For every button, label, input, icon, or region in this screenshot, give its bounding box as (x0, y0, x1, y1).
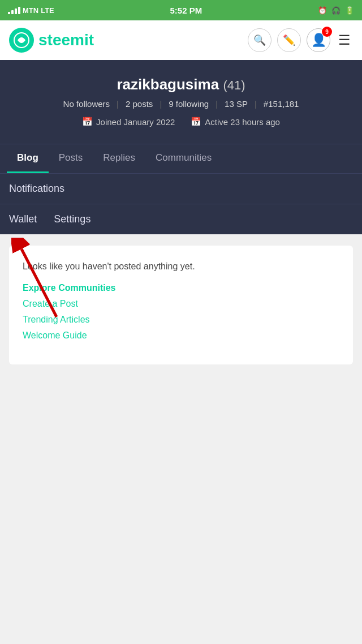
reputation: (41) (223, 78, 245, 92)
username: razikbagusima (117, 76, 219, 93)
rank-stat: #151,181 (257, 99, 306, 109)
wallet-settings-row: Wallet Settings (0, 204, 362, 234)
logo-text: steemit (38, 31, 94, 49)
wallet-menu-item[interactable]: Wallet (9, 213, 37, 225)
followers-stat: No followers (57, 99, 117, 109)
hamburger-menu[interactable]: ☰ (336, 30, 353, 50)
join-date: 📅 Joined January 2022 (82, 117, 175, 127)
alarm-icon: ⏰ (318, 6, 327, 15)
calendar-icon-active: 📅 (191, 117, 201, 127)
profile-header: razikbagusima (41) No followers | 2 post… (0, 60, 362, 144)
empty-message: Looks like you haven't posted anything y… (23, 261, 339, 272)
calendar-icon-joined: 📅 (82, 117, 93, 127)
following-stat: 9 following (162, 99, 216, 109)
tab-replies[interactable]: Replies (93, 144, 145, 173)
active-date-text: Active 23 hours ago (205, 117, 280, 127)
logo-area: steemit (9, 28, 94, 53)
headphone-icon: 🎧 (331, 6, 341, 15)
tab-blog[interactable]: Blog (7, 144, 49, 173)
avatar-button[interactable]: 👤 9 (307, 28, 330, 52)
notifications-label: Notifications (9, 183, 64, 194)
create-post-link[interactable]: Create a Post (23, 299, 339, 309)
main-content: Looks like you haven't posted anything y… (0, 234, 362, 461)
welcome-guide-link[interactable]: Welcome Guide (23, 330, 339, 341)
notifications-menu-item[interactable]: Notifications (0, 173, 362, 204)
notification-badge: 9 (322, 27, 332, 37)
status-left: MTN LTE (8, 6, 54, 15)
trending-articles-link[interactable]: Trending Articles (23, 315, 339, 325)
settings-menu-item[interactable]: Settings (54, 213, 90, 225)
time-display: 5:52 PM (170, 6, 202, 15)
search-icon: 🔍 (253, 34, 266, 46)
top-nav: steemit 🔍 ✏️ 👤 9 ☰ (0, 20, 362, 60)
signal-icon (8, 7, 20, 14)
edit-icon: ✏️ (283, 34, 295, 46)
carrier-label: MTN (23, 6, 38, 15)
profile-name: razikbagusima (41) (11, 76, 351, 93)
nav-icons: 🔍 ✏️ 👤 9 ☰ (248, 28, 353, 52)
status-bar: MTN LTE 5:52 PM ⏰ 🎧 🔋 (0, 0, 362, 20)
sp-stat: 13 SP (218, 99, 255, 109)
logo-icon (9, 28, 34, 53)
tab-communities[interactable]: Communities (145, 144, 222, 173)
profile-stats: No followers | 2 posts | 9 following | 1… (11, 99, 351, 109)
tabs-bar: Blog Posts Replies Communities (0, 144, 362, 173)
active-date: 📅 Active 23 hours ago (191, 117, 280, 127)
tab-posts[interactable]: Posts (49, 144, 93, 173)
profile-dates: 📅 Joined January 2022 📅 Active 23 hours … (11, 117, 351, 127)
explore-communities-link[interactable]: Explore Communities (23, 283, 339, 293)
edit-button[interactable]: ✏️ (277, 28, 301, 52)
join-date-text: Joined January 2022 (96, 117, 175, 127)
battery-icon: 🔋 (345, 6, 354, 15)
posts-stat: 2 posts (119, 99, 160, 109)
empty-card: Looks like you haven't posted anything y… (9, 246, 353, 364)
status-right: ⏰ 🎧 🔋 (318, 6, 354, 15)
search-button[interactable]: 🔍 (248, 28, 272, 52)
network-label: LTE (41, 6, 54, 15)
